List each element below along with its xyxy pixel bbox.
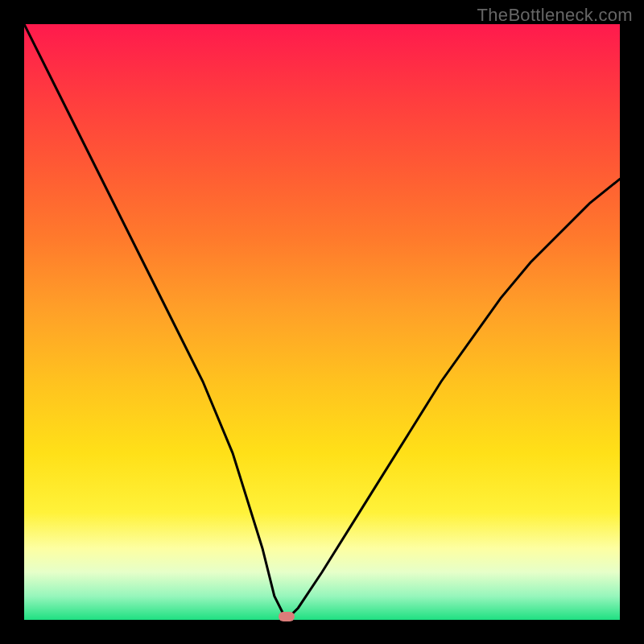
curve-path [24, 24, 620, 620]
bottleneck-curve [24, 24, 620, 620]
minimum-marker [279, 612, 295, 621]
chart-frame: TheBottleneck.com [0, 0, 644, 644]
watermark-text: TheBottleneck.com [477, 5, 633, 26]
plot-area [24, 24, 620, 620]
